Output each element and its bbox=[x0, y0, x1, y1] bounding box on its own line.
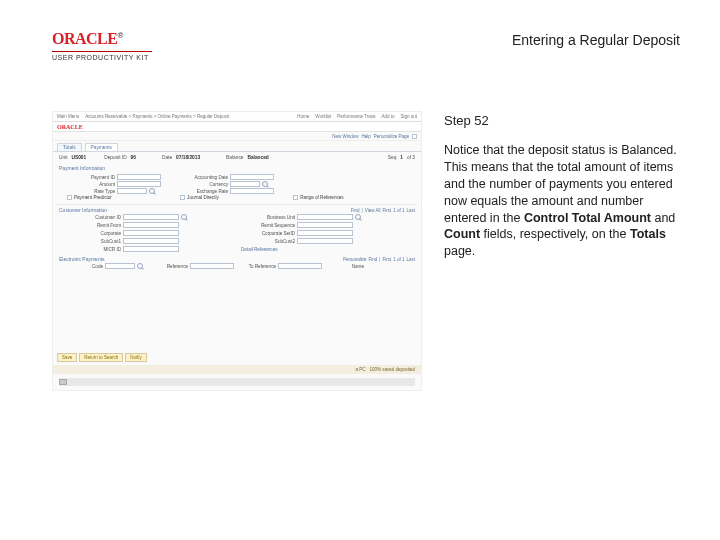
section-elec-title: Electronic Payments bbox=[59, 256, 105, 262]
pager-find[interactable]: Find bbox=[351, 208, 360, 213]
lookup-icon[interactable] bbox=[262, 181, 268, 187]
elec-ref-label: Reference bbox=[152, 264, 188, 269]
horizontal-scrollbar[interactable] bbox=[59, 378, 415, 386]
nav-link-worklist[interactable]: Worklist bbox=[315, 114, 331, 119]
pager-find[interactable]: Find bbox=[369, 257, 378, 262]
brand-block: ORACLE® USER PRODUCTIVITY KIT bbox=[52, 30, 152, 61]
lookup-icon[interactable] bbox=[149, 188, 155, 194]
app-screenshot: Main Menu Accounts Receivable > Payments… bbox=[52, 111, 422, 391]
seq-of: of 3 bbox=[407, 155, 415, 160]
elec-code-input[interactable] bbox=[105, 263, 135, 269]
status-bar: a PC 100% saved deposited bbox=[53, 365, 421, 374]
tab-totals[interactable]: Totals bbox=[57, 143, 82, 151]
sub2-label: SubCust2 bbox=[241, 239, 295, 244]
ratetype-label: Rate Type bbox=[67, 189, 115, 194]
remit-label: Remit From bbox=[67, 223, 121, 228]
pager-viewall[interactable]: View All bbox=[365, 208, 381, 213]
page-title: Entering a Regular Deposit bbox=[512, 32, 680, 48]
instruction-text: Notice that the deposit status is Balanc… bbox=[444, 142, 680, 260]
soft-link-newwindow[interactable]: New Window bbox=[332, 134, 358, 139]
pager-count: 1 of 1 bbox=[393, 257, 404, 262]
custid-label: Customer ID bbox=[67, 215, 121, 220]
sub1-input[interactable] bbox=[123, 238, 179, 244]
save-button[interactable]: Save bbox=[57, 353, 77, 362]
pager-last[interactable]: Last bbox=[406, 257, 415, 262]
amount-label: Amount bbox=[67, 182, 115, 187]
step-label: Step 52 bbox=[444, 113, 680, 128]
soft-link-personalize[interactable]: Personalize Page bbox=[374, 134, 409, 139]
exchrate-input[interactable] bbox=[230, 188, 274, 194]
corpset-input[interactable] bbox=[297, 230, 353, 236]
brand-subtitle: USER PRODUCTIVITY KIT bbox=[52, 54, 152, 61]
journal-checkbox[interactable] bbox=[180, 195, 185, 200]
pager-sep: | bbox=[379, 257, 380, 262]
oracle-logo: ORACLE® bbox=[52, 30, 152, 48]
corpset-label: Corporate SetID bbox=[241, 231, 295, 236]
elec-code-label: Code bbox=[67, 264, 103, 269]
predictor-checkbox[interactable] bbox=[67, 195, 72, 200]
http-icon bbox=[412, 134, 417, 139]
custid-input[interactable] bbox=[123, 214, 179, 220]
remitseq-input[interactable] bbox=[297, 222, 353, 228]
deposit-id-value: 96 bbox=[131, 155, 136, 160]
elec-ref-input[interactable] bbox=[190, 263, 234, 269]
pager-count: 1 of 1 bbox=[393, 208, 404, 213]
unit-label: Unit bbox=[59, 155, 68, 160]
corp-input[interactable] bbox=[123, 230, 179, 236]
return-button[interactable]: Return to Search bbox=[79, 353, 123, 362]
scrollbar-thumb[interactable] bbox=[59, 379, 67, 385]
currency-label: Currency bbox=[180, 182, 228, 187]
bu-input[interactable] bbox=[297, 214, 353, 220]
app-logo: ORACLE bbox=[57, 124, 83, 130]
lookup-icon[interactable] bbox=[181, 214, 187, 220]
currency-input[interactable] bbox=[230, 181, 260, 187]
amount-input[interactable] bbox=[117, 181, 161, 187]
status-text: 100% saved deposited bbox=[369, 367, 415, 372]
range-checkbox[interactable] bbox=[293, 195, 298, 200]
global-nav: Main Menu Accounts Receivable > Payments… bbox=[53, 112, 421, 122]
detail-ref-link[interactable]: Detail References bbox=[241, 247, 278, 252]
notify-button[interactable]: Notify bbox=[125, 353, 147, 362]
predictor-label: Payment Predictor bbox=[74, 195, 112, 200]
soft-link-help[interactable]: Help bbox=[361, 134, 370, 139]
lookup-icon[interactable] bbox=[137, 263, 143, 269]
micr-input[interactable] bbox=[123, 246, 179, 252]
tab-payments[interactable]: Payments bbox=[85, 143, 118, 151]
pager-first[interactable]: First bbox=[382, 208, 391, 213]
balance-value: Balanced bbox=[247, 155, 268, 160]
unit-value: US001 bbox=[72, 155, 87, 160]
pager-personalize[interactable]: Personalize bbox=[343, 257, 367, 262]
remit-input[interactable] bbox=[123, 222, 179, 228]
nav-link-addto[interactable]: Add to bbox=[381, 114, 394, 119]
pager-first[interactable]: First bbox=[382, 257, 391, 262]
corp-label: Corporate bbox=[67, 231, 121, 236]
brand-rule bbox=[52, 51, 152, 52]
acctdate-input[interactable] bbox=[230, 174, 274, 180]
pager-last[interactable]: Last bbox=[406, 208, 415, 213]
deposit-id-label: Deposit ID bbox=[104, 155, 126, 160]
nav-link-home[interactable]: Home bbox=[297, 114, 309, 119]
exchrate-label: Exchange Rate bbox=[180, 189, 228, 194]
main-menu-label[interactable]: Main Menu bbox=[57, 114, 79, 119]
elec-toref-label: To Reference bbox=[240, 264, 276, 269]
range-label: Range of References bbox=[300, 195, 343, 200]
nav-link-signout[interactable]: Sign out bbox=[400, 114, 417, 119]
elec-name-label: Name bbox=[328, 264, 364, 269]
seq-value: 1 bbox=[400, 155, 403, 160]
date-label: Date bbox=[162, 155, 172, 160]
paymentid-input[interactable] bbox=[117, 174, 161, 180]
breadcrumb: Accounts Receivable > Payments > Online … bbox=[85, 114, 229, 119]
bu-label: Business Unit bbox=[241, 215, 295, 220]
remitseq-label: Remit Sequence bbox=[241, 223, 295, 228]
date-value: 07/18/2013 bbox=[176, 155, 200, 160]
elec-pager: Personalize Find | First 1 of 1 Last bbox=[343, 257, 415, 262]
acctdate-label: Accounting Date bbox=[180, 175, 228, 180]
elec-toref-input[interactable] bbox=[278, 263, 322, 269]
balance-label: Balance bbox=[226, 155, 243, 160]
seq-label: Seq bbox=[388, 155, 397, 160]
sub2-input[interactable] bbox=[297, 238, 353, 244]
lookup-icon[interactable] bbox=[355, 214, 361, 220]
ratetype-input[interactable] bbox=[117, 188, 147, 194]
section-payment-title: Payment Information bbox=[53, 163, 421, 173]
nav-link-trace[interactable]: Performance Trace bbox=[337, 114, 375, 119]
